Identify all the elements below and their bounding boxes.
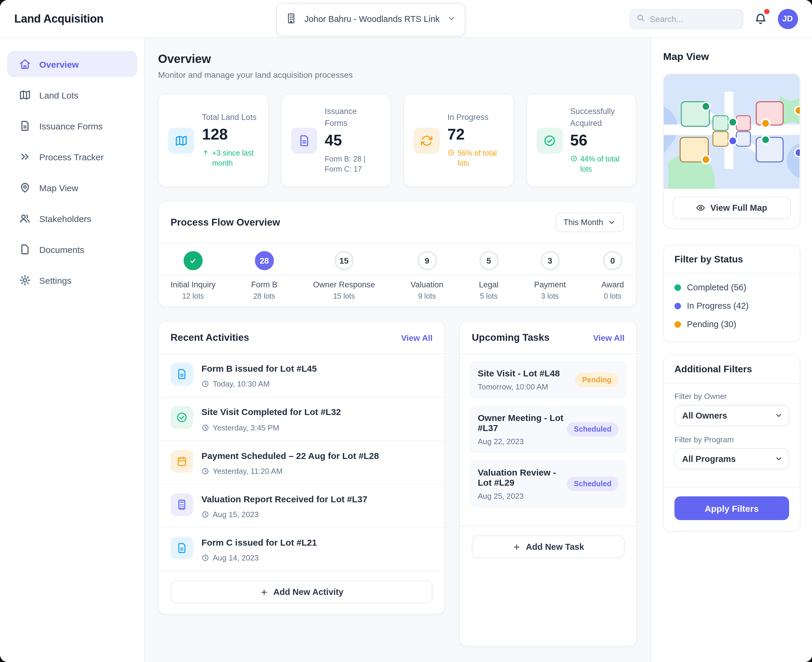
bell-icon: [754, 12, 767, 25]
activity-time: Yesterday, 3:45 PM: [213, 423, 279, 432]
activity-time: Yesterday, 11:20 AM: [213, 467, 282, 476]
additional-filters-card: Additional Filters Filter by Owner All O…: [663, 355, 800, 531]
process-step-owner-response: 15 Owner Response 15 lots: [313, 251, 375, 300]
owner-filter-label: Filter by Owner: [674, 392, 789, 401]
activity-time: Aug 15, 2023: [213, 510, 259, 519]
clock-icon: [201, 380, 209, 388]
recent-activities-card: Recent Activities View All Form B issued…: [158, 321, 445, 615]
step-name: Form B: [251, 280, 277, 289]
step-circle: 0: [603, 251, 622, 270]
page-title: Overview: [158, 52, 636, 66]
step-circle-current: 28: [255, 251, 274, 270]
sidebar-item-overview[interactable]: Overview: [7, 51, 137, 77]
task-row[interactable]: Site Visit - Lot #L48 Tomorrow, 10:00 AM…: [469, 361, 627, 398]
step-circle: 9: [417, 251, 437, 270]
process-step-valuation: 9 Valuation 9 lots: [411, 251, 443, 300]
map-preview-image[interactable]: [664, 74, 799, 189]
owner-filter-select[interactable]: All Owners: [674, 405, 789, 426]
add-new-task-button[interactable]: Add New Task: [472, 535, 625, 558]
task-title: Site Visit - Lot #L48: [478, 368, 560, 378]
search-icon: [635, 13, 645, 25]
map-icon: [168, 127, 194, 153]
stat-subtext: 56% of total lots: [458, 148, 504, 169]
status-badge: Pending: [575, 373, 619, 387]
clock-icon: [201, 554, 209, 562]
right-panel: Map View: [651, 38, 812, 662]
step-name: Valuation: [411, 280, 443, 289]
additional-filters-title: Additional Filters: [674, 364, 752, 374]
sidebar-item-settings[interactable]: Settings: [7, 267, 137, 293]
map-pin-icon: [19, 182, 31, 194]
filter-by-status-title: Filter by Status: [674, 254, 743, 264]
chevron-down-icon: [447, 14, 456, 26]
sidebar-item-process-tracker[interactable]: Process Tracker: [7, 144, 137, 170]
step-name: Owner Response: [313, 280, 375, 289]
step-lots: 3 lots: [541, 292, 559, 300]
status-label: Completed (56): [687, 283, 746, 292]
process-flow-card: Process Flow Overview This Month Initial…: [158, 201, 636, 307]
task-title: Owner Meeting - Lot #L37: [478, 413, 567, 433]
status-legend-in-progress: In Progress (42): [674, 301, 789, 310]
task-row[interactable]: Owner Meeting - Lot #L37 Aug 22, 2023 Sc…: [469, 405, 627, 453]
check-icon: [188, 256, 198, 265]
stat-subtext: +3 since last month: [212, 148, 258, 169]
stat-label: In Progress: [448, 112, 504, 123]
activity-row[interactable]: Form B issued for Lot #L45 Today, 10:30 …: [159, 354, 445, 397]
main-content: Overview Monitor and manage your land ac…: [145, 38, 651, 662]
page-subtitle: Monitor and manage your land acquisition…: [158, 70, 636, 80]
project-selector[interactable]: Johor Bahru - Woodlands RTS Link: [276, 3, 465, 36]
process-step-payment: 3 Payment 3 lots: [534, 251, 566, 300]
plus-icon: [512, 542, 521, 551]
view-full-map-button[interactable]: View Full Map: [673, 196, 791, 219]
step-lots: 12 lots: [182, 292, 204, 300]
period-selector-button[interactable]: This Month: [556, 212, 624, 232]
activity-row[interactable]: Payment Scheduled – 22 Aug for Lot #L28 …: [159, 441, 445, 484]
task-row[interactable]: Valuation Review - Lot #L29 Aug 25, 2023…: [469, 460, 627, 508]
apply-filters-button[interactable]: Apply Filters: [674, 496, 789, 520]
tasks-view-all-link[interactable]: View All: [593, 333, 625, 342]
activity-row[interactable]: Site Visit Completed for Lot #L32 Yester…: [159, 397, 445, 441]
activity-title: Valuation Report Received for Lot #L37: [201, 493, 367, 506]
stat-value: 128: [202, 125, 258, 144]
app-title: Land Acquisition: [14, 12, 103, 25]
step-lots: 5 lots: [480, 292, 498, 300]
program-filter-select[interactable]: All Programs: [674, 448, 789, 470]
file-icon: [171, 363, 193, 385]
activity-title: Site Visit Completed for Lot #L32: [201, 407, 341, 419]
file-icon: [19, 120, 31, 132]
sidebar-item-label: Process Tracker: [39, 152, 104, 162]
activity-row[interactable]: Valuation Report Received for Lot #L37 A…: [159, 484, 445, 528]
stat-label: Issuance Forms: [325, 106, 381, 129]
top-header: Land Acquisition Johor Bahru - Woodlands…: [0, 0, 812, 38]
sidebar-item-map-view[interactable]: Map View: [7, 175, 137, 201]
chevron-down-icon: [607, 218, 616, 227]
stat-card-in-progress: In Progress 72 56% of total lots: [403, 94, 514, 187]
add-new-activity-button[interactable]: Add New Activity: [171, 581, 433, 604]
arrow-up-icon: [202, 149, 209, 156]
activities-view-all-link[interactable]: View All: [401, 333, 433, 342]
avatar[interactable]: JD: [778, 9, 798, 29]
stat-subtext: 44% of total lots: [580, 154, 626, 175]
project-selector-label: Johor Bahru - Woodlands RTS Link: [303, 13, 441, 26]
status-label: Pending (30): [687, 320, 736, 329]
sidebar-item-land-lots[interactable]: Land Lots: [7, 82, 137, 108]
add-new-activity-label: Add New Activity: [273, 588, 343, 597]
status-dot: [674, 302, 681, 309]
sidebar-item-stakeholders[interactable]: Stakeholders: [7, 206, 137, 231]
app-window: Land Acquisition Johor Bahru - Woodlands…: [0, 0, 812, 662]
status-badge: Scheduled: [567, 477, 619, 491]
process-step-initial-inquiry: Initial Inquiry 12 lots: [171, 251, 216, 300]
map-icon: [19, 89, 31, 101]
file-icon: [171, 537, 193, 559]
period-label: This Month: [563, 218, 603, 227]
gear-icon: [19, 274, 31, 286]
stat-label: Successfully Acquired: [570, 106, 626, 129]
notifications-button[interactable]: [754, 12, 767, 25]
activity-row[interactable]: Form C issued for Lot #L21 Aug 14, 2023: [159, 528, 445, 572]
step-lots: 9 lots: [418, 292, 436, 300]
sidebar-item-documents[interactable]: Documents: [7, 236, 137, 262]
search-input[interactable]: [650, 14, 736, 23]
add-new-task-label: Add New Task: [526, 542, 584, 551]
clock-icon: [448, 149, 454, 156]
sidebar-item-issuance-forms[interactable]: Issuance Forms: [7, 113, 137, 139]
